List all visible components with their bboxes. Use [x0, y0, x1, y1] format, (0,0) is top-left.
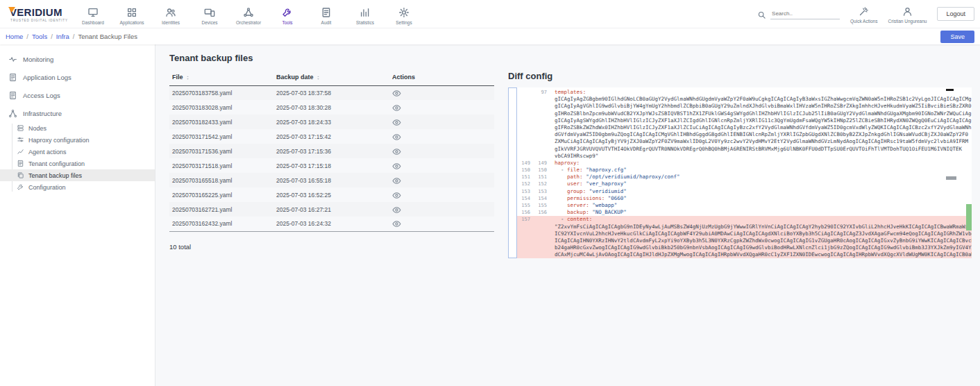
actions-cell	[389, 202, 494, 217]
scrollbar-thumb[interactable]	[946, 176, 956, 180]
diff-line-text: - file: "haproxy.cfg"	[550, 167, 972, 174]
save-button[interactable]: Save	[940, 31, 974, 43]
diff-old-line-number	[517, 251, 534, 258]
breadcrumb-separator: /	[73, 33, 75, 40]
table-row: 20250703182433.yaml 2025-07-03 18:24:33	[169, 115, 494, 129]
diff-old-line-number	[517, 224, 534, 230]
view-file-button[interactable]	[392, 191, 401, 200]
diff-old-line-number	[517, 96, 534, 103]
view-file-button[interactable]	[392, 89, 401, 98]
logout-button[interactable]: Logout	[937, 7, 974, 21]
nav-item-applications[interactable]: Applications	[112, 0, 151, 28]
diff-new-line-number	[534, 110, 550, 117]
backup-date-cell: 2025-07-03 18:24:33	[273, 115, 389, 129]
column-header-file[interactable]: File	[169, 72, 273, 85]
diff-line-text: ICAgICAgIHN0YXRzIHNvY2tldCAvdmFyL2xpYi9o…	[550, 237, 972, 244]
search-input[interactable]	[770, 9, 840, 19]
haproxy-icon	[17, 136, 24, 144]
audit-icon	[321, 7, 332, 18]
view-file-button[interactable]	[392, 133, 401, 142]
dashboard-icon	[87, 7, 99, 18]
diff-line-text: vbCA9IHRscwp9"	[550, 153, 972, 160]
diff-line: 149 149 haproxy:	[517, 160, 972, 167]
diff-line: gIHRoZSBlbnZpcm9ubWVudCB2YXJpYWJsZSBIQVB…	[517, 110, 972, 117]
breadcrumb-home[interactable]: Home	[6, 33, 23, 40]
veridium-logo[interactable]: VERIDIUM TRUSTED DIGITAL IDENTITY	[7, 0, 74, 28]
sidebar-item-access-logs[interactable]: Access Logs	[0, 86, 155, 104]
user-icon	[902, 6, 913, 17]
diff-line-text: dGVfdmVyaWZ5ID0gbm9uZQogICAgICAgICMgVGhl…	[550, 131, 972, 138]
access-logs-icon	[8, 91, 17, 100]
nav-item-settings[interactable]: Settings	[385, 0, 423, 28]
sidebar-item-infrastructure[interactable]: Infrastructure	[0, 104, 155, 122]
view-file-button[interactable]	[392, 162, 401, 171]
devices-icon	[204, 7, 215, 18]
quick-actions-label: Quick Actions	[850, 19, 877, 24]
diff-line-text: gIFRoZSBkZWZhdWx0IHZhbHVlIGlzICJyZXF1aXJ…	[550, 124, 972, 131]
diff-old-line-number	[517, 138, 534, 145]
diff-new-line-number	[534, 117, 550, 124]
statistics-icon	[360, 7, 371, 18]
nav-item-tools[interactable]: Tools	[268, 0, 307, 28]
sidebar-item-configuration[interactable]: Configuration	[0, 181, 155, 193]
file-name-cell: 20250703171518.yaml	[169, 158, 273, 173]
diff-fold-gutter[interactable]	[508, 87, 517, 258]
view-file-button[interactable]	[392, 219, 401, 228]
tools-icon	[282, 7, 293, 18]
diff-new-line-number: 149	[534, 160, 550, 167]
nav-item-devices[interactable]: Devices	[190, 0, 229, 28]
actions-cell	[389, 115, 494, 129]
table-row: 20250703171518.yaml 2025-07-03 17:15:18	[169, 158, 494, 173]
breadcrumb-tools[interactable]: Tools	[32, 33, 47, 40]
minimap-viewport-marker[interactable]	[946, 89, 954, 91]
view-file-button[interactable]	[392, 118, 401, 127]
nav-item-dashboard[interactable]: Dashboard	[74, 0, 112, 28]
sidebar-item-haproxy-configuration[interactable]: Haproxy configuration	[0, 134, 155, 146]
sidebar-item-agent-actions[interactable]: Agent actions	[0, 146, 155, 158]
breadcrumb-bar: Home/Tools/Infra/Tenant Backup Files Sav…	[0, 28, 980, 44]
view-file-button[interactable]	[392, 147, 401, 156]
nav-item-statistics[interactable]: Statistics	[346, 0, 385, 28]
user-menu[interactable]: Cristian Ungureanu	[888, 4, 927, 24]
diff-line-text: server: "webapp"	[550, 202, 972, 209]
diff-line: gIkVVRFJGRVUVQVUTVTHI4OkVDREgrQUVTR0NNOk…	[517, 146, 972, 153]
brand-tagline: TRUSTED DIGITAL IDENTITY	[7, 19, 74, 22]
actions-cell	[389, 100, 494, 115]
view-file-button[interactable]	[392, 176, 401, 185]
breadcrumb-infra[interactable]: Infra	[56, 33, 69, 40]
sidebar-item-nodes[interactable]: Nodes	[0, 122, 155, 134]
identities-icon	[165, 7, 176, 18]
view-file-button[interactable]	[392, 103, 401, 112]
diff-line-text: gIkVVRFJGRVUVQVUTVTHI4OkVDREgrQUVTR0NNOk…	[550, 146, 972, 153]
sidebar-item-tenant-backup-files[interactable]: Tenant backup files	[0, 169, 155, 181]
nodes-icon	[17, 124, 24, 132]
diff-line-text: "Z2xvYmFsCiAgICAgICAgbG9nIDEyNy4wLjAuMSB…	[550, 224, 972, 230]
sidebar-item-tenant-configuration[interactable]: Tenant configuration	[0, 158, 155, 169]
diff-old-line-number: 152	[517, 181, 534, 187]
diff-new-line-number	[534, 224, 550, 230]
diff-old-line-number	[517, 131, 534, 138]
sidebar-item-monitoring[interactable]: Monitoring	[0, 50, 155, 68]
sidebar-item-application-logs[interactable]: Application Logs	[0, 68, 155, 86]
sort-icon[interactable]	[185, 74, 190, 81]
diff-line-text: dCAxMjcuMC4wLjAvOAogICAgICAgIHJldHJpZXMg…	[550, 251, 972, 258]
diff-rows: 97 templates: gICAgIyAgZGBgbm90IGlhdGNoL…	[517, 87, 972, 258]
quick-actions-button[interactable]: Quick Actions	[850, 4, 877, 24]
monitoring-icon	[8, 55, 17, 64]
quick-actions-icon	[859, 6, 869, 17]
diff-line-text: user: "ver_haproxy"	[550, 181, 972, 187]
nav-item-audit[interactable]: Audit	[307, 0, 346, 28]
nav-item-identities[interactable]: Identities	[151, 0, 190, 28]
agent-actions-icon	[17, 148, 24, 156]
nav-item-orchestrator[interactable]: Orchestrator	[229, 0, 268, 28]
diff-line-text: gICAgIyAgVGhlIG9wdGlvbiBjYW4gYmUgY2hhbmd…	[550, 103, 972, 110]
backup-date-cell: 2025-07-03 17:15:36	[273, 144, 389, 158]
diff-line-text: templates:	[550, 89, 972, 96]
diff-old-line-number: 154	[517, 195, 534, 202]
logo-row: VERIDIUM	[7, 6, 74, 18]
diff-old-line-number: 157	[517, 216, 534, 223]
view-file-button[interactable]	[392, 205, 401, 215]
diff-line-text: haproxy:	[550, 160, 972, 167]
sort-icon[interactable]	[316, 74, 321, 81]
column-header-backup-date[interactable]: Backup date	[273, 72, 389, 85]
